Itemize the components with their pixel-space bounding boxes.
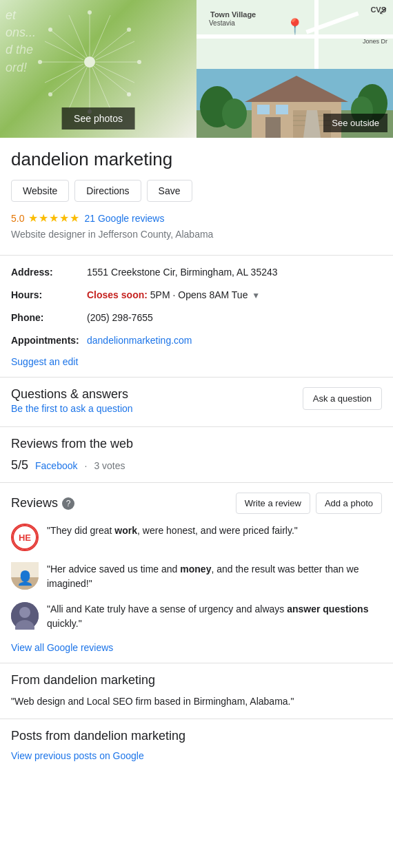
address-value: 1551 Creekstone Cir, Birmingham, AL 3524… — [87, 265, 382, 280]
address-label: Address: — [11, 265, 87, 280]
map-pin-icon: 📍 — [285, 19, 304, 34]
reviews-title: Reviews — [11, 496, 58, 510]
svg-text:HE: HE — [19, 533, 31, 543]
phone-label: Phone: — [11, 311, 87, 325]
svg-point-22 — [127, 92, 131, 96]
reviews-web-section: Reviews from the web 5/5 Facebook · 3 vo… — [0, 426, 393, 482]
qa-title: Questions & answers — [11, 387, 133, 402]
web-source-link[interactable]: Facebook — [35, 460, 77, 471]
expand-map-icon[interactable]: ⤢ — [379, 4, 387, 17]
review-item: "Alli and Kate truly have a sense of urg… — [11, 602, 382, 631]
svg-point-17 — [88, 10, 92, 14]
appointments-row: Appointments: dandelionmarketing.com — [11, 333, 382, 348]
hours-row: Hours: Closes soon: 5PM · Opens 8AM Tue … — [11, 288, 382, 302]
review-bold-1: work — [114, 525, 137, 536]
reviews-title-row: Reviews ? — [11, 496, 74, 510]
review-item: 👤 "Her advice saved us time and money, a… — [11, 562, 382, 591]
phone-value: (205) 298-7655 — [87, 311, 382, 325]
view-all-reviews-link[interactable]: View all Google reviews — [11, 642, 113, 653]
business-type: Website designer in Jefferson County, Al… — [11, 229, 382, 240]
save-button[interactable]: Save — [147, 180, 192, 202]
posts-section: Posts from dandelion marketing View prev… — [0, 719, 393, 771]
ask-question-button[interactable]: Ask a question — [303, 387, 382, 410]
qa-header: Questions & answers Be the first to ask … — [11, 387, 382, 414]
review-bold-3: answer questions — [287, 603, 368, 614]
posts-title: Posts from dandelion marketing — [11, 729, 382, 743]
reviews-section: Reviews ? Write a review Add a photo HE … — [0, 482, 393, 663]
review-text-2: "Her advice saved us time and money, and… — [47, 562, 382, 591]
from-business-section: From dandelion marketing "Web design and… — [0, 663, 393, 719]
svg-point-29 — [222, 99, 247, 129]
address-row: Address: 1551 Creekstone Cir, Birmingham… — [11, 265, 382, 280]
appointments-link[interactable]: dandelionmarketing.com — [87, 333, 192, 348]
hours-detail: 5PM · Opens 8AM Tue — [150, 289, 248, 300]
from-business-title: From dandelion marketing — [11, 673, 382, 688]
hours-label: Hours: — [11, 288, 87, 302]
web-votes: · — [85, 460, 88, 471]
svg-rect-38 — [276, 105, 288, 114]
add-photo-button[interactable]: Add a photo — [316, 493, 382, 514]
svg-rect-36 — [265, 117, 281, 138]
rating-row: 5.0 ★★★★★ 21 Google reviews — [11, 211, 382, 225]
svg-line-9 — [45, 41, 83, 60]
svg-line-7 — [94, 31, 128, 58]
review-count-link[interactable]: 21 Google reviews — [84, 213, 164, 224]
suggest-edit-link[interactable]: Suggest an edit — [11, 356, 78, 367]
see-photos-button[interactable]: See photos — [61, 107, 135, 130]
svg-point-20 — [137, 60, 141, 64]
review-text-before-2: "Her advice saved us time and — [47, 564, 180, 575]
reviewer-avatar-3 — [11, 602, 39, 630]
svg-line-14 — [92, 68, 110, 109]
rating-score: 5.0 — [11, 213, 24, 224]
closes-soon-badge: Closes soon: — [87, 289, 148, 300]
svg-line-8 — [52, 66, 85, 93]
review-text-before-3: "Alli and Kate truly have a sense of urg… — [47, 603, 287, 614]
phone-row: Phone: (205) 298-7655 — [11, 311, 382, 325]
svg-point-24 — [48, 92, 52, 96]
review-bold-2: money — [180, 564, 211, 575]
see-outside-button[interactable]: See outside — [323, 114, 387, 132]
photo-right-column: Town Village Vestavia CVS Jones Dr 📍 ⤢ — [196, 0, 393, 138]
reviews-header: Reviews ? Write a review Add a photo — [11, 493, 382, 514]
svg-rect-37 — [257, 105, 270, 114]
reviewer-avatar-he: HE — [11, 524, 39, 551]
svg-line-16 — [69, 68, 87, 109]
map-thumbnail[interactable]: Town Village Vestavia CVS Jones Dr 📍 ⤢ — [196, 0, 393, 69]
from-business-description: "Web design and Local SEO firm based in … — [11, 694, 382, 709]
reviews-help-icon[interactable]: ? — [62, 497, 74, 510]
svg-point-23 — [127, 28, 131, 32]
svg-text:👤: 👤 — [17, 570, 34, 586]
svg-point-21 — [48, 28, 52, 32]
svg-line-13 — [69, 15, 87, 56]
review-item: HE "They did great work, were honest, an… — [11, 524, 382, 551]
qa-title-area: Questions & answers Be the first to ask … — [11, 387, 133, 414]
appointments-label: Appointments: — [11, 333, 87, 348]
map-label-vestavia: Vestavia — [209, 19, 235, 27]
svg-point-19 — [38, 60, 42, 64]
svg-point-48 — [19, 607, 30, 618]
svg-line-12 — [45, 64, 83, 83]
qa-section: Questions & answers Be the first to ask … — [0, 377, 393, 426]
star-icons: ★★★★★ — [28, 211, 80, 225]
svg-line-10 — [96, 64, 134, 83]
web-rating-row: 5/5 Facebook · 3 votes — [11, 458, 382, 473]
website-button[interactable]: Website — [11, 180, 69, 202]
business-name: dandelion marketing — [11, 149, 382, 170]
view-posts-link[interactable]: View previous posts on Google — [11, 750, 144, 761]
web-votes-count: 3 votes — [94, 460, 125, 471]
svg-line-6 — [94, 66, 128, 93]
web-score: 5/5 — [11, 458, 28, 473]
svg-line-11 — [96, 41, 134, 60]
hours-value: Closes soon: 5PM · Opens 8AM Tue ▼ — [87, 288, 382, 302]
map-label-town: Town Village — [210, 10, 256, 19]
house-photo: See outside — [196, 69, 393, 138]
info-section: Address: 1551 Creekstone Cir, Birmingham… — [0, 265, 393, 348]
review-action-buttons: Write a review Add a photo — [236, 493, 382, 514]
svg-line-5 — [52, 31, 85, 58]
qa-subtitle[interactable]: Be the first to ask a question — [11, 403, 133, 414]
svg-line-15 — [92, 15, 110, 56]
write-review-button[interactable]: Write a review — [236, 493, 310, 514]
review-text-3: "Alli and Kate truly have a sense of urg… — [47, 602, 382, 631]
chevron-down-icon[interactable]: ▼ — [252, 291, 260, 300]
directions-button[interactable]: Directions — [74, 180, 141, 202]
